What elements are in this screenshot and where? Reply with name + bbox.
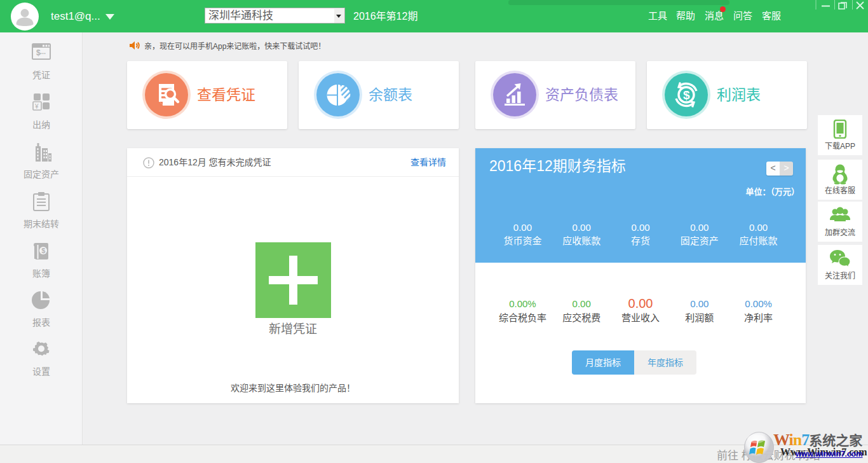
- svg-text:$: $: [41, 247, 45, 254]
- svg-text:$: $: [683, 88, 690, 102]
- svg-text:¥: ¥: [34, 103, 39, 110]
- svg-text:...: ...: [40, 48, 46, 55]
